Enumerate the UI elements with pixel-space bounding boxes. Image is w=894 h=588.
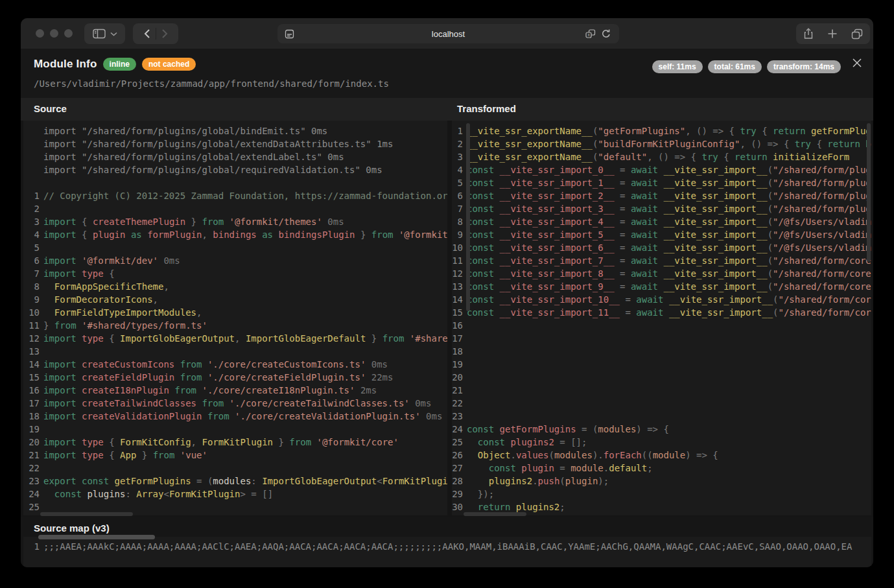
token: import: [43, 372, 76, 382]
token: [467, 476, 489, 486]
token: // Copyright (C) 2012-2025 Zammad Founda…: [43, 191, 447, 201]
code-text: import createFieldPlugin from './core/cr…: [43, 372, 393, 382]
line-number: 19: [452, 358, 463, 371]
token: const: [467, 204, 494, 214]
minimize-window-button[interactable]: [50, 29, 58, 38]
token: "default": [598, 152, 647, 162]
close-window-button[interactable]: [36, 29, 44, 38]
line-number: 25: [452, 436, 463, 449]
token: (: [548, 450, 554, 460]
token: "buildFormKitPluginConfig": [598, 139, 740, 149]
token: (: [768, 165, 773, 175]
close-icon[interactable]: [851, 57, 863, 69]
token: __vite_ssr_import__: [658, 178, 768, 188]
token: .: [510, 450, 515, 460]
code-text: const plugins2 = [];: [467, 437, 587, 447]
code-text: import "/shared/form/plugins/global/exte…: [43, 152, 344, 162]
token: module: [653, 450, 686, 460]
code-line: 1__vite_ssr_exportName__("getFormPlugins…: [452, 124, 871, 137]
token: const: [467, 281, 494, 292]
token: from: [382, 333, 405, 344]
token: from: [371, 229, 394, 240]
token: createFieldPlugin: [76, 372, 175, 382]
code-line: import "/shared/form/plugins/global/requ…: [23, 163, 447, 176]
code-text: });: [467, 489, 494, 499]
code-line: 11} from '#shared/types/form.ts': [23, 319, 447, 332]
token: .: [604, 463, 609, 473]
token: const: [467, 268, 494, 279]
source-horizontal-scrollbar[interactable]: [40, 512, 133, 516]
zoom-window-button[interactable]: [64, 29, 73, 38]
sourcemap-section: Source map (v3) 1;;;AAEA;AAAkC;AAAA;AAAA…: [21, 517, 873, 567]
new-tab-icon[interactable]: [827, 29, 838, 39]
line-number: 29: [452, 488, 463, 500]
token: "/shared/form/core/createTailwindClasses…: [779, 294, 872, 305]
code-text: const __vite_ssr_import_8__ = await __vi…: [467, 268, 871, 279]
token: FormKitPlugin: [169, 489, 241, 499]
sourcemap-horizontal-scrollbar[interactable]: [38, 535, 155, 539]
token: __vite_ssr_import_3__: [494, 204, 614, 214]
code-line: 16: [452, 319, 871, 332]
token: = (: [191, 476, 213, 486]
sourcemap-code-block[interactable]: 1;;;AAEA;AAAkC;AAAA;AAAA;AAAA;AAClC;AAEA…: [23, 537, 871, 567]
code-text: import { plugin as formPlugin, bindings …: [43, 229, 447, 240]
code-line: 30 return plugins2;: [452, 500, 871, 513]
desktop: localhost x: [0, 0, 894, 588]
line-number: 15: [23, 371, 40, 384]
code-text: import createTailwindClasses from './cor…: [43, 398, 431, 408]
line-number: 8: [23, 280, 40, 293]
line-number: 16: [452, 319, 463, 332]
token: from: [174, 359, 202, 370]
code-line: 3__vite_ssr_exportName__("default", () =…: [452, 150, 871, 163]
back-button[interactable]: [143, 29, 150, 39]
token: }: [366, 333, 382, 344]
code-line: 1// Copyright (C) 2012-2025 Zammad Found…: [23, 189, 447, 202]
code-text: const __vite_ssr_import_11__ = await __v…: [467, 307, 871, 318]
line-number: 21: [452, 384, 463, 397]
token: FormKitPlugin: [202, 437, 273, 447]
source-code-block[interactable]: import "/shared/form/plugins/global/bind…: [23, 121, 447, 515]
transformed-code-block[interactable]: 1__vite_ssr_exportName__("getFormPlugins…: [452, 121, 871, 515]
token: ,: [196, 307, 202, 318]
source-vertical-scrollbar[interactable]: [466, 123, 470, 311]
code-line: 23: [452, 410, 871, 423]
token: __vite_ssr_import__: [658, 217, 768, 227]
token: const: [467, 191, 494, 201]
token: getFormPlugins: [494, 424, 576, 434]
token: __vite_ssr_import__: [658, 229, 768, 240]
code-text: import "/shared/form/plugins/global/requ…: [43, 165, 382, 175]
token: await: [631, 165, 658, 175]
line-number: 7: [452, 202, 463, 215]
page-format-icon[interactable]: [285, 29, 294, 39]
code-text: plugins2.push(plugin);: [467, 476, 609, 486]
forward-button[interactable]: [161, 29, 169, 39]
sidebar-toggle-button[interactable]: [84, 23, 125, 44]
translate-icon[interactable]: x: [585, 29, 596, 38]
code-line: import "/shared/form/plugins/global/exte…: [23, 150, 447, 163]
token: try: [795, 139, 811, 149]
code-text: return plugins2;: [467, 502, 565, 512]
token: =: [615, 165, 631, 175]
reload-icon[interactable]: [601, 29, 611, 39]
token: './core/createValidationPlugin.ts': [229, 411, 421, 421]
token: (: [768, 281, 773, 292]
token: plugin: [516, 463, 554, 473]
line-number: 5: [23, 241, 40, 254]
address-bar[interactable]: localhost x: [277, 24, 619, 43]
tab-overview-icon[interactable]: [851, 29, 863, 40]
token: const: [467, 294, 494, 305]
transformed-vertical-scrollbar[interactable]: [867, 123, 871, 262]
token: {: [76, 229, 93, 240]
transformed-horizontal-scrollbar[interactable]: [464, 512, 526, 516]
token: = [];: [554, 437, 587, 447]
token: default: [609, 463, 647, 473]
token: export const: [43, 476, 109, 486]
token: createValidationPlugin: [76, 411, 202, 421]
token: __vite_ssr_import_8__: [494, 268, 614, 279]
line-number: 26: [452, 449, 463, 462]
token: module: [571, 463, 604, 473]
token: '@formkit/vue': [394, 229, 447, 240]
code-line: import "/shared/form/plugins/global/exte…: [23, 137, 447, 150]
token: plugins2: [510, 502, 559, 512]
share-icon[interactable]: [803, 28, 814, 40]
